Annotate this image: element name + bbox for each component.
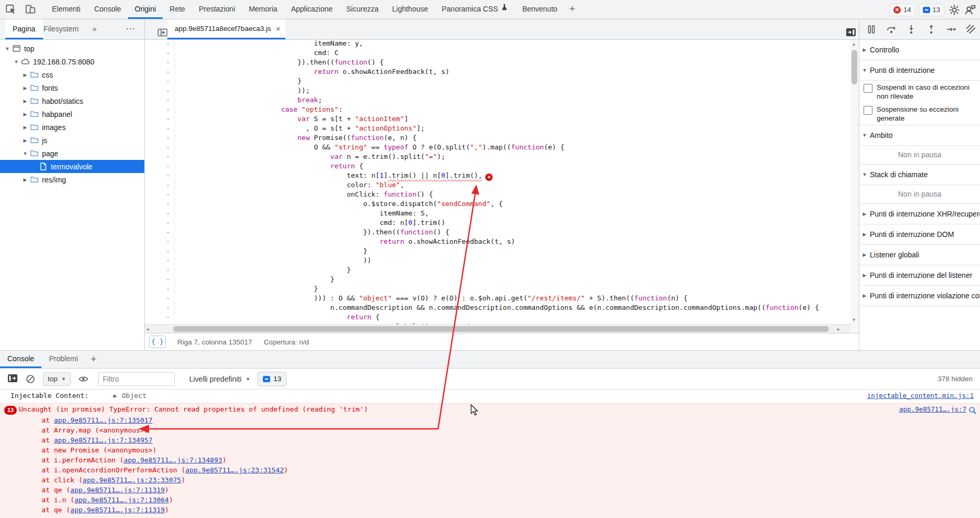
tree-item-habot-statics[interactable]: ▶habot/statics [0,94,145,107]
device-toolbar-icon[interactable] [25,4,36,15]
gutter-line-marker[interactable]: - [145,303,170,312]
gutter-line-marker[interactable]: - [145,58,170,67]
navigator-overflow-menu-icon[interactable]: ⋯ [126,19,135,39]
deactivate-breakpoints-icon[interactable] [965,24,977,35]
tree-item-page[interactable]: ▼page [0,147,145,160]
step-into-icon[interactable] [906,24,917,35]
console-sidebar-toggle-icon[interactable] [7,374,18,384]
section-header-punti-di-interruzione-violazione-contenuti[interactable]: ▶Punti di interruzione violazione conten… [859,286,980,306]
gear-icon[interactable] [949,4,960,16]
gutter-line-marker[interactable]: - [145,86,170,95]
gutter-line-marker[interactable]: - [145,209,170,218]
tab-prestazioni[interactable]: Prestazioni [192,0,242,19]
horizontal-scrollbar[interactable]: ◂ ▸ [145,324,850,333]
tree-expander-icon[interactable]: ▶ [22,85,28,91]
gutter-line-marker[interactable]: - [145,95,170,105]
checkbox[interactable] [864,106,872,115]
tree-expander-icon[interactable]: ▶ [22,72,28,78]
tree-item-res-img[interactable]: ▶res/img [0,173,145,186]
tab-lighthouse[interactable]: Lighthouse [385,0,435,19]
tab-benvenuto[interactable]: Benvenuto [515,0,564,19]
section-header-punti-di-interruzione-dom[interactable]: ▶Punti di interruzione DOM [859,224,980,245]
source-location-link[interactable]: injectable_content.min.js:1 [867,392,974,400]
open-file-tab[interactable]: app.9e85711a8ecef7baeca3.js × [167,19,285,39]
inspect-element-icon[interactable] [5,4,17,15]
exception-checkbox-row[interactable]: Sospensione su eccezioni generate [859,103,980,125]
gutter-line-marker[interactable]: - [145,67,170,77]
gutter-line-marker[interactable]: - [145,171,170,180]
tab-console[interactable]: Console [87,0,127,19]
stack-frame-link[interactable]: app.9e85711….js:7:134893 [124,456,222,464]
tab-applicazione[interactable]: Applicazione [284,0,339,19]
tree-item-habpanel[interactable]: ▶habpanel [0,107,145,121]
section-header-listener-globali[interactable]: ▶Listener globali [859,245,980,265]
gutter-line-marker[interactable]: - [145,114,170,124]
stack-frame-link[interactable]: app.9e85711….js:7:11319 [70,506,165,514]
tab-panoramica-css[interactable]: Panoramica CSS [435,0,515,19]
section-header-punti-di-interruzione[interactable]: ▼Punti di interruzione [859,60,980,81]
console-new-tab-button[interactable]: + [86,351,102,368]
gutter-line-marker[interactable]: - [145,124,170,133]
magnifier-icon[interactable] [968,406,977,415]
scroll-right-icon[interactable]: ▸ [837,326,840,332]
execution-context-selector[interactable]: top ▼ [43,372,71,386]
vertical-scrollbar-thumb[interactable] [851,50,857,84]
tree-expander-icon[interactable]: ▶ [22,177,28,182]
clear-console-icon[interactable] [25,374,36,384]
navigator-tab-filesystem[interactable]: Filesystem [36,19,86,39]
gutter-line-marker[interactable]: - [145,246,170,256]
scroll-down-icon[interactable]: ▾ [853,317,855,322]
tree-expander-icon[interactable]: ▼ [4,46,10,51]
stack-frame-link[interactable]: app.9e85711….js:7:135017 [54,416,153,424]
step-over-icon[interactable] [886,24,897,35]
tree-item-fonts[interactable]: ▶fonts [0,81,145,94]
tree-item-termovalvole[interactable]: termovalvole [0,160,145,173]
log-levels-dropdown[interactable]: Livelli predefiniti ▼ [189,375,251,383]
step-out-icon[interactable] [925,24,937,35]
tab-memoria[interactable]: Memoria [242,0,284,19]
tree-item-js[interactable]: ▶js [0,134,145,147]
error-count-badge[interactable]: ✕ 14 [889,4,915,16]
step-icon[interactable] [945,24,957,35]
console-tab-console[interactable]: Console [0,351,41,368]
object-preview[interactable]: Object [122,392,146,400]
tab-sicurezza[interactable]: Sicurezza [339,0,385,19]
gutter-line-marker[interactable]: - [145,40,170,48]
error-source-link[interactable]: app.9e85711….js:7 [899,405,966,413]
gutter-line-marker[interactable]: - [145,275,170,284]
gutter-line-marker[interactable]: - [145,161,170,171]
scroll-left-icon[interactable]: ◂ [146,326,149,332]
gutter-line-marker[interactable]: - [145,77,170,86]
tree-expander-icon[interactable]: ▼ [22,151,28,156]
tab-origini[interactable]: Origini [128,0,163,19]
stack-frame-link[interactable]: app.9e85711….js:7:134957 [54,436,153,444]
live-expression-eye-icon[interactable] [78,374,89,384]
tree-item-css[interactable]: ▶css [0,68,145,81]
hide-editor-panel-icon[interactable] [846,28,857,39]
exception-checkbox-row[interactable]: Sospendi in caso di eccezioni non rileva… [859,81,980,103]
stack-frame-link[interactable]: app.9e85711….js:7:13064 [74,496,169,504]
stack-frame-link[interactable]: app.9e85711….js:23:31542 [185,466,284,474]
more-panels-button[interactable]: + [564,0,580,19]
gutter-line-marker[interactable]: - [145,180,170,190]
gutter-line-marker[interactable]: - [145,143,170,152]
gutter-line-marker[interactable]: - [145,190,170,199]
section-header-ambito[interactable]: ▼Ambito [859,125,980,146]
gutter-line-marker[interactable]: - [145,265,170,275]
inline-error-icon[interactable]: ✕ [485,174,493,181]
section-header-punti-di-interruzione-xhr-recupero[interactable]: ▶Punti di interruzione XHR/recupero [859,204,980,224]
horizontal-scrollbar-thumb[interactable] [173,326,829,332]
gutter-line-marker[interactable]: - [145,48,170,58]
tree-item-top[interactable]: ▼top [0,42,145,55]
console-tab-problemi[interactable]: Problemi [41,351,85,368]
gutter-line-marker[interactable]: - [145,152,170,161]
tree-expander-icon[interactable]: ▶ [22,138,28,143]
gutter-line-marker[interactable]: - [145,284,170,294]
more-navigator-tabs-icon[interactable]: » [92,19,97,39]
gutter-line-marker[interactable]: - [145,133,170,143]
tree-expander-icon[interactable]: ▼ [13,59,19,64]
section-header-punti-di-interruzione-del-listener[interactable]: ▶Punti di interruzione del listener [859,265,980,286]
gutter-line-marker[interactable]: - [145,218,170,228]
checkbox[interactable] [864,84,872,93]
scroll-up-icon[interactable]: ▴ [853,41,855,47]
